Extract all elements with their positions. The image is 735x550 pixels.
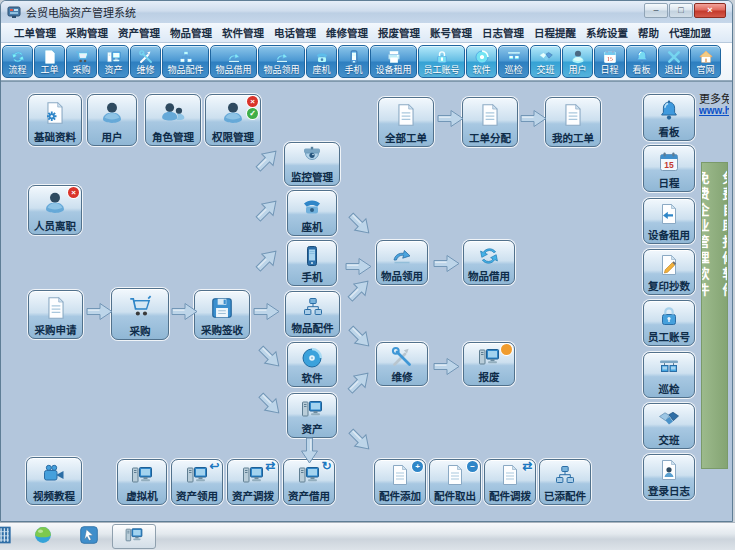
menu-item-repair-mgmt[interactable]: 维修管理 [321,23,373,43]
sidebar-tile-inspection[interactable]: 巡检 [643,352,695,398]
tile-my-orders[interactable]: 我的工单 [545,97,601,147]
toolbar-button-inspection[interactable]: 巡检 [498,45,529,78]
tile-part-transfer[interactable]: ⇄配件调拨 [484,459,536,505]
menu-item-help[interactable]: 帮助 [633,23,664,43]
title-bar[interactable]: 会贸电脑资产管理系统 –□× [1,1,732,23]
close-button[interactable]: × [694,3,726,18]
toolbar-button-label: 手机 [341,65,365,76]
taskbar-button-app-asset-manager[interactable] [112,524,156,549]
sidebar-tile-copy-count[interactable]: 复印抄数 [643,249,695,295]
maximize-button[interactable]: □ [669,3,693,18]
menu-item-software-mgmt[interactable]: 软件管理 [217,23,269,43]
toolbar-button-mobile[interactable]: 手机 [338,45,369,78]
toolbar-button-purchase[interactable]: 采购 [66,45,97,78]
taskbar-button-pinned-partial[interactable] [0,524,16,549]
toolbar-button-item-parts[interactable]: 物品配件 [162,45,209,78]
toolbar-button-schedule[interactable]: 15日程 [594,45,625,78]
sidebar-tile-staff-account[interactable]: 员工账号 [643,300,695,346]
menu-item-asset-mgmt[interactable]: 资产管理 [113,23,165,43]
menu-item-system-settings[interactable]: 系统设置 [581,23,633,43]
close-x-icon [666,48,682,65]
toolbar-button-repair[interactable]: 维修 [130,45,161,78]
tile-purchase-receipt[interactable]: 采购签收 [194,290,250,339]
promo-link[interactable]: www.h [699,105,729,116]
person-icon [88,95,136,132]
tile-landline[interactable]: 座机 [287,190,337,236]
tile-part-add[interactable]: +配件添加 [374,459,426,505]
toolbar-button-item-borrow[interactable]: 物品借用 [210,45,257,78]
tile-permissions[interactable]: ×✓权限管理 [205,94,261,146]
doc-icon: ⇄ [485,460,535,491]
tile-repair[interactable]: 维修 [376,342,428,386]
nodes-icon [540,460,590,491]
taskbar-button-app-cursor[interactable] [68,524,110,549]
tile-item-borrow[interactable]: 物品借用 [463,240,515,285]
toolbar-button-asset[interactable]: 资产 [98,45,129,78]
taskbar-button-app-orb[interactable] [22,524,63,549]
menu-item-phone-mgmt[interactable]: 电话管理 [269,23,321,43]
menu-item-account-mgmt[interactable]: 账号管理 [425,23,477,43]
tile-all-orders[interactable]: 全部工单 [378,97,434,147]
toolbar-button-kanban[interactable]: 看板 [626,45,657,78]
tile-monitor-mgmt[interactable]: 监控管理 [284,142,340,186]
toolbar-button-shift-handover[interactable]: 交班 [530,45,561,78]
tile-purchase-request[interactable]: 采购申请 [28,290,83,339]
sidebar-tile-login-log[interactable]: 登录日志 [643,454,695,500]
tile-purchase[interactable]: 采购 [111,288,169,340]
tile-asset-borrow[interactable]: ↻资产借用 [283,459,335,505]
flow-arrow [341,321,376,356]
doc-icon [463,98,517,133]
sidebar-tile-shift-handover[interactable]: 交班 [643,403,695,449]
tile-item-parts[interactable]: 物品配件 [285,291,340,337]
pc-icon [106,48,122,65]
toolbar-button-landline[interactable]: 座机 [306,45,337,78]
menu-item-item-mgmt[interactable]: 物品管理 [165,23,217,43]
menu-item-schedule-reminder[interactable]: 日程提醒 [529,23,581,43]
home-icon [698,48,714,65]
tile-roles[interactable]: 角色管理 [145,94,201,146]
tile-asset-transfer[interactable]: ⇄资产调拨 [227,459,279,505]
flow-arrow [251,244,286,279]
flow-arrow [520,109,547,132]
tile-scrap[interactable]: 报废 [463,342,515,386]
tile-assets[interactable]: 资产 [287,393,337,438]
toolbar-button-staff-account[interactable]: 员工账号 [418,45,465,78]
tile-base-info[interactable]: 基础资料 [28,94,82,146]
flow-badge-icon: ↻ [321,461,332,472]
tile-staff-departure[interactable]: ×人员离职 [28,185,82,235]
menu-item-scrap-mgmt[interactable]: 报废管理 [373,23,425,43]
tile-item-requisition[interactable]: 物品领用 [376,240,428,285]
tile-users[interactable]: 用户 [87,94,137,146]
tile-label: 我的工单 [552,133,594,147]
toolbar-button-flow[interactable]: 流程 [2,45,33,78]
tile-mobile[interactable]: 手机 [287,240,337,286]
menu-item-agent-join[interactable]: 代理加盟 [664,23,716,43]
tile-video-tutorial[interactable]: 视频教程 [26,457,82,505]
tile-order-assign[interactable]: 工单分配 [462,97,518,147]
tile-parts-added[interactable]: 已添配件 [539,459,591,505]
tile-label: 权限管理 [212,132,254,146]
sidebar-tile-schedule[interactable]: 15日程 [643,145,695,192]
tile-label: 配件取出 [434,491,476,505]
ad-banner[interactable]: 免费自助报修软件 免费企业管理软件 [701,162,728,469]
tile-label: 物品借用 [468,271,510,285]
tile-asset-requisition[interactable]: ↩资产领用 [171,459,223,505]
x-badge-icon: × [68,187,79,198]
toolbar-button-work-order[interactable]: 工单 [34,45,65,78]
toolbar-button-user[interactable]: 用户 [562,45,593,78]
toolbar-button-item-requisition[interactable]: 物品领用 [258,45,305,78]
toolbar-button-exit[interactable]: 退出 [658,45,689,78]
toolbar-button-software[interactable]: 软件 [466,45,497,78]
menu-item-log-mgmt[interactable]: 日志管理 [477,23,529,43]
sidebar-tile-kanban[interactable]: 看板 [643,94,695,141]
tile-virtual-machine[interactable]: 虚拟机 [117,459,167,505]
tile-part-remove[interactable]: −配件取出 [429,459,481,505]
pc-icon: ↩ [172,460,222,491]
sidebar-tile-equipment-rental[interactable]: 设备租用 [643,198,695,244]
tile-software[interactable]: 软件 [287,342,337,387]
menu-item-work-order-mgmt[interactable]: 工单管理 [9,23,61,43]
minimize-button[interactable]: – [644,3,668,18]
toolbar-button-website[interactable]: 官网 [690,45,721,78]
menu-item-purchase-mgmt[interactable]: 采购管理 [61,23,113,43]
toolbar-button-equipment-rental[interactable]: 设备租用 [370,45,417,78]
